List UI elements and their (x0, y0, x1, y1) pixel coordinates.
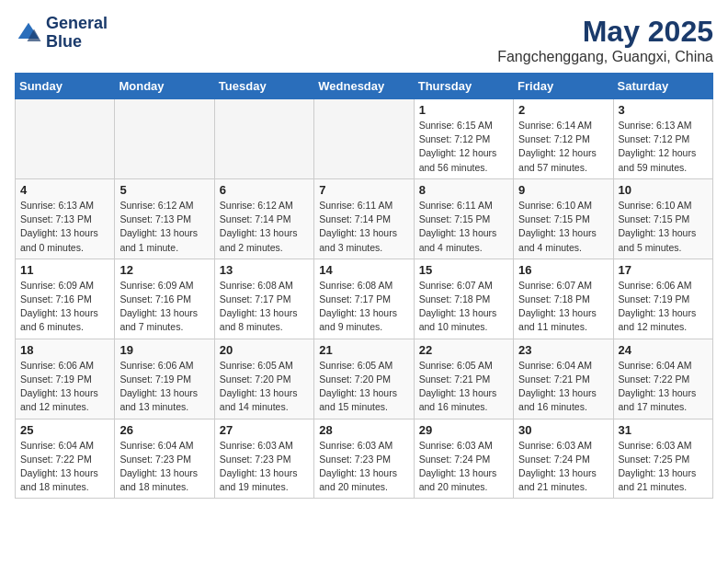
day-number: 17 (619, 263, 708, 277)
calendar-cell: 10Sunrise: 6:10 AM Sunset: 7:15 PM Dayli… (613, 178, 712, 259)
page-header: General Blue May 2025 Fangchenggang, Gua… (15, 15, 713, 65)
calendar-cell: 24Sunrise: 6:04 AM Sunset: 7:22 PM Dayli… (613, 339, 712, 419)
calendar-cell: 16Sunrise: 6:07 AM Sunset: 7:18 PM Dayli… (514, 259, 613, 339)
day-info: Sunrise: 6:07 AM Sunset: 7:18 PM Dayligh… (419, 279, 508, 335)
calendar-cell: 13Sunrise: 6:08 AM Sunset: 7:17 PM Dayli… (214, 259, 313, 339)
calendar-cell: 25Sunrise: 6:04 AM Sunset: 7:22 PM Dayli… (16, 419, 115, 499)
day-info: Sunrise: 6:04 AM Sunset: 7:22 PM Dayligh… (619, 359, 708, 415)
day-number: 15 (419, 263, 508, 277)
day-info: Sunrise: 6:03 AM Sunset: 7:24 PM Dayligh… (518, 439, 608, 495)
day-number: 10 (619, 183, 708, 197)
day-info: Sunrise: 6:06 AM Sunset: 7:19 PM Dayligh… (619, 279, 708, 335)
calendar-week-row: 4Sunrise: 6:13 AM Sunset: 7:13 PM Daylig… (16, 178, 713, 259)
calendar-cell: 6Sunrise: 6:12 AM Sunset: 7:14 PM Daylig… (214, 178, 313, 259)
day-number: 18 (20, 343, 109, 357)
calendar-cell: 28Sunrise: 6:03 AM Sunset: 7:23 PM Dayli… (314, 419, 414, 499)
day-info: Sunrise: 6:12 AM Sunset: 7:13 PM Dayligh… (119, 199, 209, 255)
day-info: Sunrise: 6:09 AM Sunset: 7:16 PM Dayligh… (119, 279, 209, 335)
day-number: 1 (419, 103, 508, 117)
day-info: Sunrise: 6:05 AM Sunset: 7:21 PM Dayligh… (419, 359, 508, 415)
calendar-cell: 17Sunrise: 6:06 AM Sunset: 7:19 PM Dayli… (613, 259, 712, 339)
calendar-cell: 12Sunrise: 6:09 AM Sunset: 7:16 PM Dayli… (115, 259, 214, 339)
calendar-cell: 3Sunrise: 6:13 AM Sunset: 7:12 PM Daylig… (613, 99, 712, 179)
calendar-cell: 21Sunrise: 6:05 AM Sunset: 7:20 PM Dayli… (314, 339, 414, 419)
day-number: 3 (619, 103, 708, 117)
calendar-cell: 27Sunrise: 6:03 AM Sunset: 7:23 PM Dayli… (214, 419, 313, 499)
logo-text: General Blue (46, 15, 108, 52)
day-info: Sunrise: 6:09 AM Sunset: 7:16 PM Dayligh… (20, 279, 109, 335)
day-number: 6 (220, 183, 309, 197)
calendar-cell: 8Sunrise: 6:11 AM Sunset: 7:15 PM Daylig… (414, 178, 513, 259)
day-number: 29 (419, 423, 508, 437)
calendar-cell: 19Sunrise: 6:06 AM Sunset: 7:19 PM Dayli… (115, 339, 214, 419)
day-number: 22 (419, 343, 508, 357)
day-info: Sunrise: 6:13 AM Sunset: 7:13 PM Dayligh… (20, 199, 109, 255)
day-number: 16 (518, 263, 608, 277)
calendar-week-row: 1Sunrise: 6:15 AM Sunset: 7:12 PM Daylig… (16, 99, 713, 179)
day-number: 23 (518, 343, 608, 357)
day-info: Sunrise: 6:05 AM Sunset: 7:20 PM Dayligh… (319, 359, 408, 415)
weekday-header: Sunday (16, 74, 115, 99)
location-title: Fangchenggang, Guangxi, China (497, 49, 713, 65)
day-number: 5 (119, 183, 209, 197)
calendar-cell (16, 99, 115, 179)
day-number: 31 (619, 423, 708, 437)
calendar-table: SundayMondayTuesdayWednesdayThursdayFrid… (15, 73, 713, 499)
calendar-cell: 5Sunrise: 6:12 AM Sunset: 7:13 PM Daylig… (115, 178, 214, 259)
day-number: 28 (319, 423, 408, 437)
day-number: 7 (319, 183, 408, 197)
day-number: 25 (20, 423, 109, 437)
day-number: 12 (119, 263, 209, 277)
day-number: 30 (518, 423, 608, 437)
day-info: Sunrise: 6:03 AM Sunset: 7:23 PM Dayligh… (319, 439, 408, 495)
title-section: May 2025 Fangchenggang, Guangxi, China (497, 15, 713, 65)
calendar-cell: 15Sunrise: 6:07 AM Sunset: 7:18 PM Dayli… (414, 259, 513, 339)
day-number: 8 (419, 183, 508, 197)
day-info: Sunrise: 6:08 AM Sunset: 7:17 PM Dayligh… (220, 279, 309, 335)
weekday-header: Monday (115, 74, 214, 99)
day-number: 14 (319, 263, 408, 277)
day-info: Sunrise: 6:04 AM Sunset: 7:22 PM Dayligh… (20, 439, 109, 495)
day-info: Sunrise: 6:11 AM Sunset: 7:14 PM Dayligh… (319, 199, 408, 255)
day-info: Sunrise: 6:15 AM Sunset: 7:12 PM Dayligh… (419, 119, 508, 175)
calendar-cell: 29Sunrise: 6:03 AM Sunset: 7:24 PM Dayli… (414, 419, 513, 499)
weekday-header: Saturday (613, 74, 712, 99)
day-number: 13 (220, 263, 309, 277)
logo-icon (15, 19, 42, 47)
day-number: 27 (220, 423, 309, 437)
calendar-week-row: 18Sunrise: 6:06 AM Sunset: 7:19 PM Dayli… (16, 339, 713, 419)
calendar-cell: 22Sunrise: 6:05 AM Sunset: 7:21 PM Dayli… (414, 339, 513, 419)
day-number: 19 (119, 343, 209, 357)
day-info: Sunrise: 6:03 AM Sunset: 7:24 PM Dayligh… (419, 439, 508, 495)
day-info: Sunrise: 6:04 AM Sunset: 7:21 PM Dayligh… (518, 359, 608, 415)
day-number: 4 (20, 183, 109, 197)
month-title: May 2025 (497, 15, 713, 49)
calendar-cell: 9Sunrise: 6:10 AM Sunset: 7:15 PM Daylig… (514, 178, 613, 259)
day-number: 20 (220, 343, 309, 357)
weekday-header: Wednesday (314, 74, 414, 99)
day-info: Sunrise: 6:08 AM Sunset: 7:17 PM Dayligh… (319, 279, 408, 335)
weekday-header: Tuesday (214, 74, 313, 99)
calendar-cell: 4Sunrise: 6:13 AM Sunset: 7:13 PM Daylig… (16, 178, 115, 259)
day-number: 9 (518, 183, 608, 197)
calendar-cell (314, 99, 414, 179)
day-number: 21 (319, 343, 408, 357)
day-info: Sunrise: 6:07 AM Sunset: 7:18 PM Dayligh… (518, 279, 608, 335)
calendar-cell: 11Sunrise: 6:09 AM Sunset: 7:16 PM Dayli… (16, 259, 115, 339)
calendar-cell (214, 99, 313, 179)
day-info: Sunrise: 6:11 AM Sunset: 7:15 PM Dayligh… (419, 199, 508, 255)
calendar-cell (115, 99, 214, 179)
calendar-cell: 7Sunrise: 6:11 AM Sunset: 7:14 PM Daylig… (314, 178, 414, 259)
day-info: Sunrise: 6:10 AM Sunset: 7:15 PM Dayligh… (518, 199, 608, 255)
day-info: Sunrise: 6:12 AM Sunset: 7:14 PM Dayligh… (220, 199, 309, 255)
calendar-cell: 26Sunrise: 6:04 AM Sunset: 7:23 PM Dayli… (115, 419, 214, 499)
day-number: 2 (518, 103, 608, 117)
day-number: 26 (119, 423, 209, 437)
calendar-cell: 1Sunrise: 6:15 AM Sunset: 7:12 PM Daylig… (414, 99, 513, 179)
day-info: Sunrise: 6:06 AM Sunset: 7:19 PM Dayligh… (119, 359, 209, 415)
calendar-week-row: 25Sunrise: 6:04 AM Sunset: 7:22 PM Dayli… (16, 419, 713, 499)
day-info: Sunrise: 6:13 AM Sunset: 7:12 PM Dayligh… (619, 119, 708, 175)
day-number: 24 (619, 343, 708, 357)
logo: General Blue (15, 15, 108, 52)
day-number: 11 (20, 263, 109, 277)
